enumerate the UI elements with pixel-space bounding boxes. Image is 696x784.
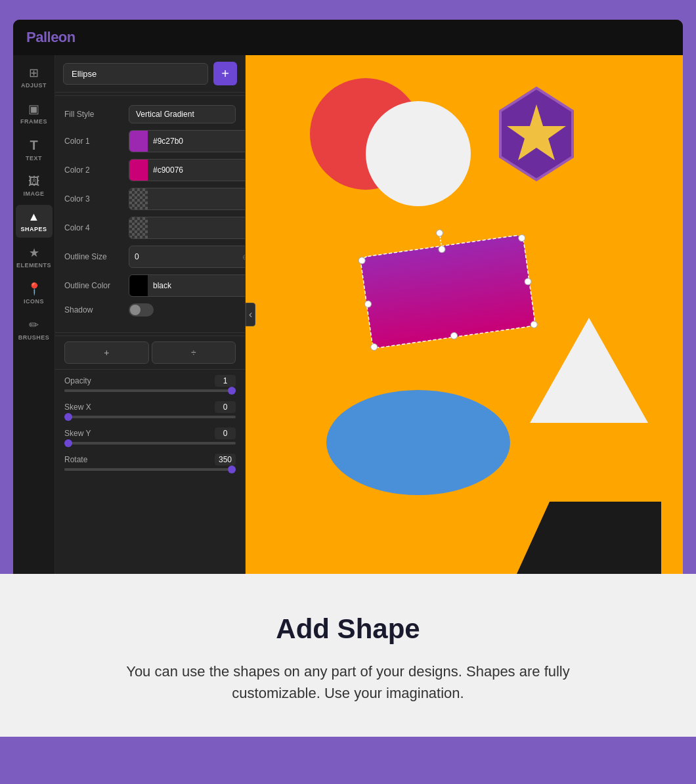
sidebar-label-brushes: BRUSHES bbox=[18, 334, 50, 341]
svg-point-7 bbox=[326, 390, 510, 495]
color2-label: Color 2 bbox=[64, 165, 123, 175]
divider-mid bbox=[55, 332, 245, 333]
transform-btn-2[interactable]: ÷ bbox=[152, 341, 236, 364]
frames-icon: ▣ bbox=[28, 102, 39, 116]
app-logo: Palleon bbox=[26, 29, 76, 46]
shadow-label: Shadow bbox=[64, 305, 123, 315]
outline-size-input-group: ⊕ bbox=[129, 246, 246, 268]
svg-point-2 bbox=[366, 101, 471, 206]
divider-top bbox=[55, 95, 245, 96]
sidebar-label-frames: FRAMES bbox=[20, 118, 47, 125]
outline-size-value: ⊕ bbox=[129, 246, 246, 268]
skew-x-value: 0 bbox=[215, 401, 236, 413]
sidebar-item-elements[interactable]: ★ ELEMENTS bbox=[16, 240, 53, 274]
sidebar-item-brushes[interactable]: ✏ BRUSHES bbox=[16, 313, 53, 346]
opacity-track[interactable] bbox=[64, 389, 236, 392]
sidebar-item-frames[interactable]: ▣ FRAMES bbox=[16, 97, 53, 130]
sidebar-item-icons[interactable]: 📍 ICONS bbox=[16, 276, 53, 310]
app-window: Palleon ⊞ ADJUST ▣ FRAMES T TEXT 🖼 bbox=[13, 20, 683, 574]
shadow-toggle-knob bbox=[130, 305, 141, 315]
skew-y-track[interactable] bbox=[64, 442, 236, 445]
properties-panel: Ellipse + Fill Style Vertical Gradient bbox=[55, 55, 246, 574]
rotate-row: Rotate 350 bbox=[64, 454, 236, 471]
text-icon: T bbox=[30, 138, 37, 153]
color3-text-input[interactable] bbox=[148, 194, 246, 204]
outline-size-input[interactable] bbox=[129, 252, 238, 261]
color4-value bbox=[129, 217, 246, 239]
outline-size-row: Outline Size ⊕ bbox=[64, 246, 236, 268]
brushes-icon: ✏ bbox=[29, 318, 39, 332]
skew-x-header: Skew X 0 bbox=[64, 401, 236, 413]
color1-value bbox=[129, 130, 246, 152]
sidebar-icons: ⊞ ADJUST ▣ FRAMES T TEXT 🖼 IMAGE ▲ SH bbox=[13, 55, 55, 574]
color3-swatch[interactable] bbox=[129, 188, 148, 209]
color1-input-group bbox=[129, 130, 246, 152]
add-shape-button[interactable]: + bbox=[213, 62, 237, 85]
outline-color-swatch[interactable] bbox=[129, 275, 148, 296]
sidebar-item-adjust[interactable]: ⊞ ADJUST bbox=[16, 60, 53, 94]
shape-select[interactable]: Ellipse bbox=[63, 63, 208, 85]
color2-text-input[interactable] bbox=[148, 165, 246, 175]
rotate-fill bbox=[64, 468, 230, 471]
color1-row: Color 1 bbox=[64, 130, 236, 152]
skew-x-track[interactable] bbox=[64, 416, 236, 418]
icons-icon: 📍 bbox=[27, 282, 41, 296]
collapse-panel-button[interactable]: ‹ bbox=[246, 303, 255, 326]
color1-text-input[interactable] bbox=[148, 137, 246, 146]
outline-color-label: Outline Color bbox=[64, 281, 123, 290]
sidebar-label-text: TEXT bbox=[26, 155, 42, 162]
skew-y-value: 0 bbox=[215, 427, 236, 439]
fill-style-select[interactable]: Vertical Gradient bbox=[129, 105, 236, 123]
shadow-toggle[interactable] bbox=[129, 303, 154, 316]
skew-x-row: Skew X 0 bbox=[64, 401, 236, 418]
opacity-header: Opacity 1 bbox=[64, 375, 236, 387]
skew-y-label: Skew Y bbox=[64, 429, 91, 438]
rotate-thumb[interactable] bbox=[228, 466, 236, 473]
opacity-value: 1 bbox=[215, 375, 236, 387]
color3-label: Color 3 bbox=[64, 194, 123, 204]
opacity-fill bbox=[64, 389, 236, 392]
sidebar-item-text[interactable]: T TEXT bbox=[16, 133, 53, 167]
sidebar-label-elements: ELEMENTS bbox=[16, 262, 51, 269]
color1-label: Color 1 bbox=[64, 137, 123, 146]
rotate-label: Rotate bbox=[64, 455, 87, 464]
skew-x-label: Skew X bbox=[64, 403, 91, 412]
bottom-section: Add Shape You can use the shapes on any … bbox=[0, 574, 696, 737]
sidebar-item-shapes[interactable]: ▲ SHAPES bbox=[16, 205, 53, 238]
image-icon: 🖼 bbox=[28, 175, 40, 188]
color3-value bbox=[129, 188, 246, 210]
sidebar-label-image: IMAGE bbox=[23, 190, 44, 197]
color2-value bbox=[129, 159, 246, 181]
outline-color-row: Outline Color bbox=[64, 274, 236, 297]
sidebar-label-adjust: ADJUST bbox=[21, 82, 47, 89]
rotate-track[interactable] bbox=[64, 468, 236, 471]
adjust-icon: ⊞ bbox=[29, 66, 39, 80]
sidebar-item-image[interactable]: 🖼 IMAGE bbox=[16, 169, 53, 202]
color4-text-input[interactable] bbox=[148, 223, 246, 232]
color1-swatch[interactable] bbox=[129, 131, 148, 152]
canvas-area: ‹ bbox=[246, 55, 683, 574]
outline-color-text-input[interactable] bbox=[148, 281, 246, 290]
shadow-row: Shadow bbox=[64, 303, 236, 316]
color4-swatch[interactable] bbox=[129, 217, 148, 238]
canvas-svg bbox=[246, 55, 683, 574]
shapes-icon: ▲ bbox=[28, 210, 40, 224]
title-bar: Palleon bbox=[13, 20, 683, 55]
skew-y-header: Skew Y 0 bbox=[64, 427, 236, 439]
color4-row: Color 4 bbox=[64, 217, 236, 239]
slider-section: Opacity 1 Skew X 0 bbox=[55, 370, 245, 485]
rotate-value: 350 bbox=[215, 454, 236, 466]
outline-color-value bbox=[129, 274, 246, 297]
skew-x-thumb[interactable] bbox=[64, 413, 72, 421]
sidebar-label-icons: ICONS bbox=[24, 298, 44, 305]
outline-size-icon: ⊕ bbox=[238, 252, 246, 262]
transform-btn-row: + ÷ bbox=[55, 336, 245, 370]
opacity-thumb[interactable] bbox=[228, 387, 236, 395]
elements-icon: ★ bbox=[29, 246, 39, 260]
transform-btn-1[interactable]: + bbox=[64, 341, 149, 364]
skew-y-thumb[interactable] bbox=[64, 439, 72, 447]
color2-swatch[interactable] bbox=[129, 160, 148, 181]
outline-color-input-group bbox=[129, 274, 246, 297]
color4-input-group bbox=[129, 217, 246, 239]
color4-label: Color 4 bbox=[64, 223, 123, 232]
